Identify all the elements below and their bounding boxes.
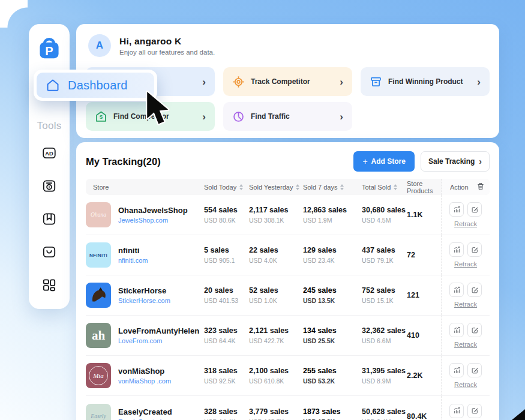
store-cell: Ohana OhanaJewelsShop JewelsShop.com <box>86 202 204 227</box>
view-stats-button[interactable] <box>449 242 464 257</box>
sold-yesterday-cell: 2,121 salesUSD 422.7K <box>249 326 303 344</box>
stats-icon <box>453 367 461 374</box>
feature-card-find-winning-product[interactable]: Find Winning Product› <box>361 67 490 96</box>
column-header-sold-7-days[interactable]: Sold 7 days <box>303 184 362 191</box>
view-stats-button[interactable] <box>449 323 464 337</box>
tools-section-label: Tools <box>37 120 61 132</box>
store-products-cell: 2.2K <box>407 371 441 380</box>
action-cell: Retrack <box>441 195 490 235</box>
sold-7days-cell: 134 salesUSD 25.5K <box>303 326 362 344</box>
avatar[interactable]: A <box>88 34 111 57</box>
edit-icon <box>471 206 479 214</box>
edit-button[interactable] <box>467 202 482 217</box>
action-cell: Retrack <box>441 316 490 355</box>
column-header-sold-yesterday[interactable]: Sold Yesterday <box>249 184 303 191</box>
store-products-cell: 1.1K <box>407 211 441 219</box>
retrack-link[interactable]: Retrack <box>454 341 477 348</box>
stats-icon <box>453 246 461 254</box>
sold-yesterday-cell: 3,779 salesUSD 165.7K <box>249 407 303 420</box>
horse-logo-art <box>89 286 107 304</box>
trash-icon[interactable] <box>476 182 485 191</box>
feature-card-find-traffic[interactable]: Find Traffic› <box>223 102 352 131</box>
sold-7days-cell: 12,863 salesUSD 1.9M <box>303 206 362 224</box>
traffic-pie-icon <box>232 110 245 123</box>
apps-grid-icon[interactable] <box>41 277 57 293</box>
retrack-link[interactable]: Retrack <box>454 301 477 308</box>
column-header-total-sold[interactable]: Total Sold <box>362 184 407 191</box>
store-logo-text: Mia <box>89 366 108 385</box>
store-name: EaselyCreated <box>118 407 178 416</box>
plus-icon: + <box>362 157 367 166</box>
app-logo[interactable]: P <box>36 33 62 63</box>
stats-icon <box>453 206 461 214</box>
store-logo-text: Ohana <box>91 212 106 218</box>
sale-tracking-button[interactable]: Sale Tracking › <box>421 151 490 172</box>
action-cell: Retrack <box>441 275 490 315</box>
corner-wedge <box>512 409 525 420</box>
store-domain-link[interactable]: EaselyCreated .com <box>118 418 178 420</box>
ads-icon[interactable]: AD <box>41 145 57 161</box>
retrack-link[interactable]: Retrack <box>454 220 477 227</box>
total-sold-cell: 50,628 salesUSD 2.4M <box>362 407 407 420</box>
view-stats-button[interactable] <box>449 283 464 297</box>
view-stats-button[interactable] <box>449 363 464 377</box>
retrack-link[interactable]: Retrack <box>454 260 477 268</box>
sort-icon[interactable] <box>239 184 243 190</box>
feature-card-find-competitor[interactable]: SFind Competitor› <box>86 102 215 131</box>
total-sold-cell: 437 salesUSD 79.1K <box>362 246 407 264</box>
table-row: StickerHorse StickerHorse.com 20 salesUS… <box>86 275 490 316</box>
store-domain-link[interactable]: StickerHorse.com <box>118 297 170 304</box>
retrack-link[interactable]: Retrack <box>454 381 477 388</box>
store-domain-link[interactable]: LoveFrom.com <box>118 337 199 344</box>
chevron-right-icon: › <box>340 112 343 122</box>
sold-today-cell: 20 salesUSD 401.53 <box>204 286 249 304</box>
store-cell: Easely EaselyCreated EaselyCreated .com <box>86 404 204 420</box>
store-domain-link[interactable]: JewelsShop.com <box>118 217 188 224</box>
sold-today-cell: 323 salesUSD 64.4K <box>204 326 249 344</box>
store-tracker-icon[interactable] <box>41 178 57 194</box>
add-store-button[interactable]: + Add Store <box>353 151 415 172</box>
edit-icon <box>471 326 479 334</box>
edit-button[interactable] <box>467 363 482 377</box>
store-domain-link[interactable]: vonMiaShop .com <box>118 377 171 385</box>
sold-yesterday-cell: 22 salesUSD 4.0K <box>249 246 303 264</box>
edit-button[interactable] <box>467 404 482 418</box>
action-cell: Retrack <box>441 235 490 275</box>
rounded-corner-mask <box>0 0 28 28</box>
edit-icon <box>471 367 479 374</box>
edit-button[interactable] <box>467 323 482 337</box>
feature-card-label: Track Competitor <box>251 77 310 86</box>
table-row: Ohana OhanaJewelsShop JewelsShop.com 554… <box>86 195 490 235</box>
shopping-bag-icon[interactable] <box>41 244 57 260</box>
shop-competitor-icon: S <box>95 110 107 123</box>
edit-icon <box>471 246 479 254</box>
feature-card-label: Find Winning Product <box>388 77 463 86</box>
view-stats-button[interactable] <box>449 202 464 217</box>
view-stats-button[interactable] <box>449 404 464 418</box>
tracking-title: My Tracking(20) <box>86 156 161 167</box>
store-logo: ah <box>86 323 111 348</box>
sold-today-cell: 328 salesUSD 14.4K <box>204 407 249 420</box>
edit-button[interactable] <box>467 242 482 257</box>
store-domain-link[interactable]: nfiniti.com <box>118 257 148 264</box>
column-header-sold-today[interactable]: Sold Today <box>204 184 249 191</box>
bookmark-icon[interactable] <box>41 211 57 227</box>
total-sold-cell: 32,362 salesUSD 6.6M <box>362 326 407 344</box>
store-name: LoveFromAuntyHelen <box>118 326 199 335</box>
sort-icon[interactable] <box>394 184 397 190</box>
sort-icon[interactable] <box>340 184 344 190</box>
feature-card-label: Find Traffic <box>251 112 290 121</box>
store-logo-text: Easely <box>91 413 106 419</box>
edit-button[interactable] <box>467 283 482 297</box>
dashboard-nav-item[interactable]: Dashboard <box>34 70 157 101</box>
store-logo: Ohana <box>86 202 111 227</box>
feature-card-track-competitor[interactable]: Track Competitor› <box>223 67 352 96</box>
store-products-cell: 410 <box>407 331 441 340</box>
store-products-cell: 72 <box>407 251 441 259</box>
column-header-action: Action <box>441 179 490 195</box>
sold-today-cell: 318 salesUSD 92.5K <box>204 367 249 385</box>
product-box-icon <box>370 76 382 88</box>
sort-icon[interactable] <box>296 184 299 190</box>
column-header-store: Store <box>86 184 204 191</box>
store-logo: NFiNiTi <box>86 242 111 268</box>
